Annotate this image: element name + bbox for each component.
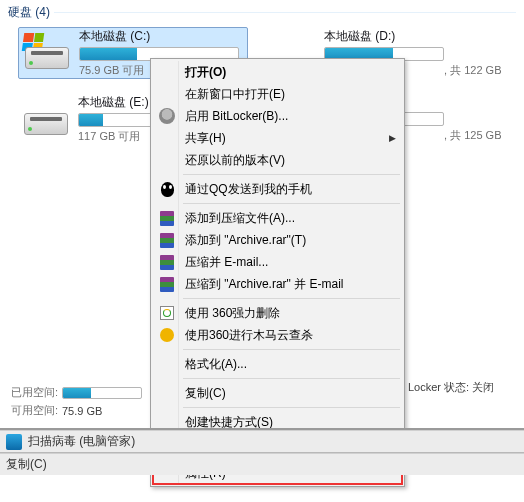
drive-name: 本地磁盘 (C:) bbox=[79, 28, 243, 45]
separator bbox=[183, 407, 400, 408]
menu-360-force-delete[interactable]: 使用 360强力删除 bbox=[153, 302, 402, 324]
free-space-value: 75.9 GB bbox=[62, 405, 102, 417]
separator bbox=[183, 298, 400, 299]
menu-rar-email[interactable]: 压缩并 E-mail... bbox=[153, 251, 402, 273]
bitlocker-status: Locker 状态: 关闭 bbox=[408, 380, 494, 395]
separator bbox=[183, 203, 400, 204]
menu-open[interactable]: 打开(O) bbox=[153, 61, 402, 83]
360-icon bbox=[159, 305, 175, 321]
drive-icon bbox=[23, 33, 71, 73]
bitlocker-icon bbox=[159, 108, 175, 124]
menu-enable-bitlocker[interactable]: 启用 BitLocker(B)... bbox=[153, 105, 402, 127]
bottom-strip: 扫描病毒 (电脑管家) 复制(C) bbox=[0, 428, 524, 475]
section-header-rule bbox=[54, 12, 516, 13]
winrar-icon bbox=[159, 210, 175, 226]
drive-stat: , 共 122 GB bbox=[444, 63, 516, 78]
drive-stat: , 共 125 GB bbox=[444, 128, 516, 143]
antivirus-icon bbox=[6, 434, 22, 450]
usage-fill bbox=[80, 48, 137, 60]
menu-share[interactable]: 共享(H) ▶ bbox=[153, 127, 402, 149]
menu-copy-bottom[interactable]: 复制(C) bbox=[0, 453, 524, 475]
360-shield-icon bbox=[159, 327, 175, 343]
context-menu: 打开(O) 在新窗口中打开(E) 启用 BitLocker(B)... 共享(H… bbox=[150, 58, 405, 487]
chevron-right-icon: ▶ bbox=[389, 133, 396, 143]
separator bbox=[183, 349, 400, 350]
drive-name: 本地磁盘 (D:) bbox=[324, 28, 516, 45]
menu-rar-addto-email[interactable]: 压缩到 "Archive.rar" 并 E-mail bbox=[153, 273, 402, 295]
menu-restore-versions[interactable]: 还原以前的版本(V) bbox=[153, 149, 402, 171]
details-pane: 已用空间: 可用空间: 75.9 GB bbox=[0, 378, 150, 425]
bitlocker-status-value: 关闭 bbox=[472, 381, 494, 393]
section-title: 硬盘 (4) bbox=[8, 4, 50, 21]
winrar-icon bbox=[159, 232, 175, 248]
separator bbox=[183, 378, 400, 379]
winrar-icon bbox=[159, 276, 175, 292]
menu-rar-add[interactable]: 添加到压缩文件(A)... bbox=[153, 207, 402, 229]
menu-copy[interactable]: 复制(C) bbox=[153, 382, 402, 404]
menu-qq-send[interactable]: 通过QQ发送到我的手机 bbox=[153, 178, 402, 200]
menu-360-trojan-scan[interactable]: 使用360进行木马云查杀 bbox=[153, 324, 402, 346]
qq-icon bbox=[159, 181, 175, 197]
menu-scan-virus[interactable]: 扫描病毒 (电脑管家) bbox=[0, 430, 524, 452]
drive-icon bbox=[22, 99, 70, 139]
used-space-label: 已用空间: bbox=[6, 385, 58, 400]
free-space-label: 可用空间: bbox=[6, 403, 58, 418]
menu-format[interactable]: 格式化(A)... bbox=[153, 353, 402, 375]
used-space-bar bbox=[62, 387, 142, 399]
menu-rar-addto[interactable]: 添加到 "Archive.rar"(T) bbox=[153, 229, 402, 251]
winrar-icon bbox=[159, 254, 175, 270]
bitlocker-status-label: Locker 状态: bbox=[408, 381, 469, 393]
section-header: 硬盘 (4) bbox=[0, 0, 524, 23]
menu-open-new-window[interactable]: 在新窗口中打开(E) bbox=[153, 83, 402, 105]
separator bbox=[183, 174, 400, 175]
usage-fill bbox=[79, 114, 103, 126]
